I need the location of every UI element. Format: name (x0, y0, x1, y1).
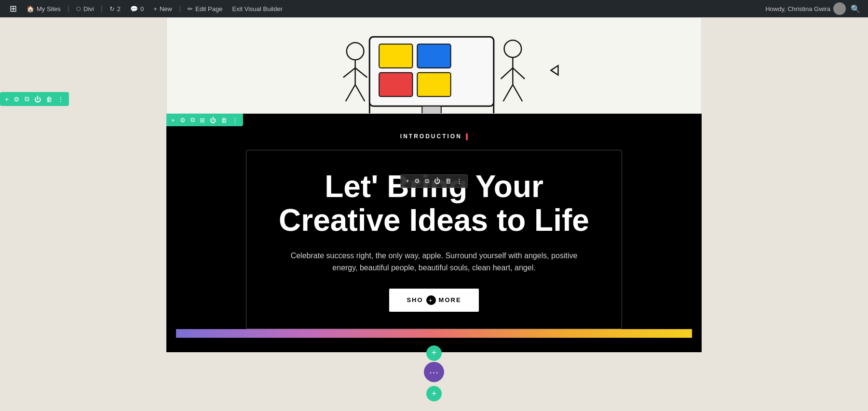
delete-row-icon[interactable]: 🗑 (46, 95, 53, 103)
dots-menu-button[interactable]: ··· (424, 362, 444, 382)
delete-module-icon[interactable]: 🗑 (445, 177, 451, 185)
svg-line-16 (501, 68, 513, 79)
svg-line-10 (343, 68, 355, 78)
add-row-icon[interactable]: + (5, 95, 9, 103)
avatar (833, 2, 846, 15)
show-more-text-after: MORE (439, 296, 461, 304)
power-module-icon[interactable]: ⏻ (434, 177, 440, 185)
separator2: | (101, 4, 103, 13)
more-section-icon[interactable]: ⋮ (232, 117, 238, 124)
svg-rect-5 (417, 73, 450, 97)
add-section-button[interactable]: + (426, 345, 442, 361)
svg-line-11 (355, 68, 367, 78)
section-toolbar: + ⚙ ⧉ ⊞ ⏻ 🗑 ⋮ (166, 114, 243, 126)
power-section-icon[interactable]: ⏻ (210, 117, 216, 124)
power-row-icon[interactable]: ⏻ (34, 95, 41, 103)
more-module-icon[interactable]: ⋮ (456, 177, 462, 185)
add-section-icon[interactable]: + (171, 117, 175, 124)
duplicate-row-icon[interactable]: ⧉ (25, 95, 29, 103)
show-more-button[interactable]: SHO + MORE (389, 289, 478, 312)
separator: | (68, 4, 69, 13)
admin-bar-right: Howdy, Christina Gwira 🔍 (765, 2, 862, 15)
sub-text: Celebrate success right, the only way, a… (285, 250, 583, 274)
illustration-section (166, 17, 702, 114)
new-menu[interactable]: + New (149, 3, 176, 14)
svg-rect-2 (379, 44, 412, 68)
svg-line-19 (513, 85, 522, 102)
svg-rect-3 (417, 44, 450, 68)
duplicate-section-icon[interactable]: ⧉ (190, 116, 195, 124)
plus-circle-icon: + (426, 295, 436, 305)
svg-line-12 (346, 85, 355, 102)
house-icon: 🏠 (27, 5, 34, 13)
content-box: + ⚙ ⧉ ⏻ 🗑 ⋮ Let' Bring Your Creative Ide… (246, 150, 622, 329)
gradient-bar (176, 329, 692, 338)
intro-label: INTRODUCTION (176, 133, 692, 140)
comments-menu[interactable]: 💬 0 (126, 3, 148, 14)
svg-marker-20 (551, 66, 558, 75)
svg-point-8 (347, 42, 364, 60)
updates-menu[interactable]: ↻ 2 (106, 3, 124, 14)
module-toolbar: + ⚙ ⧉ ⏻ 🗑 ⋮ (400, 174, 468, 188)
settings-section-icon[interactable]: ⚙ (180, 117, 186, 124)
exit-visual-builder-btn[interactable]: Exit Visual Builder (228, 3, 286, 14)
refresh-icon: ↻ (109, 5, 115, 13)
duplicate-module-icon[interactable]: ⧉ (425, 177, 429, 185)
bottom-controls: ··· + (424, 362, 444, 401)
comment-icon: 💬 (130, 5, 138, 13)
columns-section-icon[interactable]: ⊞ (200, 117, 205, 124)
svg-rect-4 (379, 73, 412, 97)
wordpress-icon[interactable]: ⊞ (6, 1, 21, 16)
page-wrapper: + ⚙ ⧉ ⊞ ⏻ 🗑 ⋮ INTRODUCTION + ⚙ ⧉ ⏻ (166, 17, 702, 411)
dark-section: + ⚙ ⧉ ⊞ ⏻ 🗑 ⋮ INTRODUCTION + ⚙ ⧉ ⏻ (166, 114, 702, 352)
svg-rect-6 (422, 106, 441, 113)
settings-module-icon[interactable]: ⚙ (414, 177, 420, 185)
settings-row-icon[interactable]: ⚙ (14, 95, 20, 103)
svg-line-17 (513, 68, 525, 79)
add-bottom-button[interactable]: + (426, 386, 442, 401)
delete-section-icon[interactable]: 🗑 (221, 117, 227, 124)
admin-bar: ⊞ 🏠 My Sites | ⬡ Divi | ↻ 2 💬 0 + New | … (0, 0, 868, 17)
divi-icon: ⬡ (76, 6, 81, 12)
add-module-icon[interactable]: + (406, 177, 409, 185)
show-more-text-before: SHO (407, 296, 423, 304)
svg-line-18 (503, 85, 513, 102)
svg-point-14 (504, 40, 522, 58)
plus-icon: + (153, 5, 157, 13)
canvas-area: + ⚙ ⧉ ⏻ 🗑 ⋮ (0, 17, 868, 411)
edit-page-btn[interactable]: ✏ Edit Page (184, 3, 226, 14)
more-row-icon[interactable]: ⋮ (57, 95, 64, 103)
divi-menu[interactable]: ⬡ Divi (72, 3, 98, 14)
edit-icon: ✏ (188, 5, 193, 13)
my-sites-menu[interactable]: 🏠 My Sites (23, 3, 65, 14)
row-toolbar-left: + ⚙ ⧉ ⏻ 🗑 ⋮ (0, 92, 69, 106)
wp-logo-icon: ⊞ (10, 3, 17, 14)
search-icon[interactable]: 🔍 (849, 2, 862, 15)
separator3: | (179, 4, 181, 13)
svg-line-13 (355, 85, 365, 102)
